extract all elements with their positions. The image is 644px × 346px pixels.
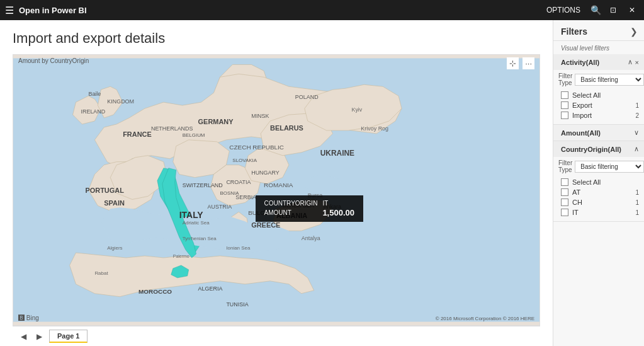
- svg-text:FRANCE: FRANCE: [123, 130, 152, 138]
- svg-text:TUNISIA: TUNISIA: [226, 301, 248, 308]
- tooltip-country-label: COUNTRYORIGIN: [262, 199, 320, 207]
- filter-group-activity-close-icon[interactable]: ×: [635, 59, 639, 66]
- filter-type-select-activity[interactable]: Basic filtering Advanced filtering: [575, 74, 644, 86]
- map-container[interactable]: Amount by CountryOrigin ⊹ ···: [13, 54, 540, 326]
- filter-type-row-activity: Filter Type Basic filtering Advanced fil…: [553, 70, 644, 89]
- svg-text:IRELAND: IRELAND: [81, 108, 105, 115]
- filter-type-label-countryorigin: Filter Type: [558, 159, 572, 173]
- filter-checkbox-activity-selectall[interactable]: [561, 91, 568, 99]
- page-next-button[interactable]: ▶: [33, 331, 45, 342]
- main-container: Import and export details Amount by Coun…: [0, 20, 644, 346]
- svg-text:GREECE: GREECE: [251, 221, 280, 229]
- filter-item-countryorigin-3[interactable]: IT 1: [553, 207, 644, 217]
- map-footer: 🅱 Bing: [18, 314, 39, 321]
- filters-title: Filters: [561, 26, 587, 37]
- svg-text:BELARUS: BELARUS: [270, 124, 303, 132]
- filter-items-countryorigin: Select All AT 1 CH 1 IT 1: [553, 176, 644, 221]
- svg-text:ROMANIA: ROMANIA: [264, 182, 293, 188]
- page-tab-1[interactable]: Page 1: [49, 330, 88, 343]
- close-button[interactable]: ✕: [625, 4, 639, 16]
- filters-panel: Filters ❯ Visual level filters Activity(…: [553, 20, 644, 346]
- filter-item-label-activity-0: Select All: [572, 91, 635, 99]
- filter-item-count-countryorigin-3: 1: [635, 209, 639, 216]
- page-title: Import and export details: [13, 30, 540, 47]
- filter-group-countryorigin-collapse-icon[interactable]: ∧: [634, 145, 639, 153]
- filter-item-label-countryorigin-2: CH: [572, 199, 631, 206]
- svg-text:BOSNIA: BOSNIA: [220, 190, 239, 196]
- search-icon[interactable]: 🔍: [590, 5, 601, 15]
- filter-item-activity-0[interactable]: Select All: [553, 90, 644, 100]
- page-prev-button[interactable]: ◀: [18, 331, 30, 342]
- svg-text:POLAND: POLAND: [295, 94, 319, 100]
- filter-checkbox-countryorigin-selectall[interactable]: [561, 178, 568, 186]
- svg-text:ITALY: ITALY: [179, 210, 204, 220]
- bing-logo: 🅱 Bing: [18, 314, 39, 321]
- filter-group-activity-name: Activity(All): [561, 59, 599, 66]
- filter-group-amount-icons: ∨: [634, 129, 639, 137]
- svg-text:NETHERLANDS: NETHERLANDS: [151, 125, 193, 132]
- filter-checkbox-activity-import[interactable]: [561, 112, 568, 119]
- filter-checkbox-countryorigin-it[interactable]: [561, 209, 568, 216]
- svg-text:ALGERIA: ALGERIA: [198, 285, 223, 292]
- filter-group-amount-name: Amount(All): [561, 129, 601, 137]
- filter-group-activity-header[interactable]: Activity(All) ∧ ×: [553, 54, 644, 70]
- filter-checkbox-countryorigin-ch[interactable]: [561, 199, 568, 206]
- window-controls: ⊡ ✕: [606, 4, 639, 16]
- filter-group-amount: Amount(All) ∨: [553, 125, 644, 141]
- filter-item-count-countryorigin-1: 1: [635, 189, 639, 196]
- svg-text:CZECH REPUBLIC: CZECH REPUBLIC: [229, 144, 284, 151]
- svg-text:Krivoy Rog: Krivoy Rog: [361, 125, 388, 132]
- filter-item-label-countryorigin-1: AT: [572, 188, 631, 196]
- filter-group-countryorigin-header[interactable]: CountryOrigin(All) ∧: [553, 141, 644, 157]
- svg-text:Algiers: Algiers: [107, 245, 122, 251]
- filter-group-activity: Activity(All) ∧ × Filter Type Basic filt…: [553, 54, 644, 125]
- content-area: Import and export details Amount by Coun…: [0, 20, 553, 346]
- filter-item-count-activity-2: 2: [635, 112, 639, 119]
- svg-text:SWITZERLAND: SWITZERLAND: [183, 182, 223, 188]
- tooltip-amount-value: 1,500.00: [320, 207, 357, 218]
- filter-group-activity-collapse-icon[interactable]: ∧: [628, 58, 633, 66]
- svg-text:CROATIA: CROATIA: [226, 179, 251, 185]
- map-expand-button[interactable]: ⊹: [507, 57, 519, 69]
- filter-group-amount-collapse-icon[interactable]: ∨: [634, 129, 639, 137]
- svg-text:KINGDOM: KINGDOM: [107, 98, 134, 105]
- filter-item-label-activity-1: Export: [572, 101, 631, 109]
- svg-text:Palermo: Palermo: [173, 254, 189, 258]
- hamburger-icon[interactable]: ☰: [5, 4, 14, 16]
- filter-group-activity-icons: ∧ ×: [628, 58, 639, 66]
- svg-text:AUSTRIA: AUSTRIA: [208, 204, 232, 210]
- restore-button[interactable]: ⊡: [606, 4, 620, 16]
- filter-group-amount-header[interactable]: Amount(All) ∨: [553, 125, 644, 141]
- svg-text:Rabat: Rabat: [94, 270, 108, 276]
- tooltip-amount-label: AMOUNT: [262, 207, 320, 218]
- svg-text:Kyiv: Kyiv: [351, 107, 362, 113]
- filter-item-countryorigin-0[interactable]: Select All: [553, 177, 644, 187]
- filter-item-activity-1[interactable]: Export 1: [553, 100, 644, 110]
- filter-checkbox-countryorigin-at[interactable]: [561, 188, 568, 196]
- filter-checkbox-activity-export[interactable]: [561, 101, 568, 109]
- options-menu[interactable]: OPTIONS: [546, 6, 580, 14]
- filters-expand-icon[interactable]: ❯: [630, 26, 638, 37]
- map-tooltip: COUNTRYORIGIN IT AMOUNT 1,500.00: [256, 195, 363, 222]
- svg-text:GERMANY: GERMANY: [198, 118, 234, 125]
- svg-text:MOROCCO: MOROCCO: [138, 288, 172, 295]
- filter-item-countryorigin-1[interactable]: AT 1: [553, 187, 644, 197]
- filter-item-activity-2[interactable]: Import 2: [553, 110, 644, 120]
- filter-type-label-activity: Filter Type: [558, 72, 572, 86]
- filter-item-label-countryorigin-3: IT: [572, 209, 631, 216]
- filter-item-countryorigin-2[interactable]: CH 1: [553, 197, 644, 207]
- filter-group-countryorigin-name: CountryOrigin(All): [561, 146, 621, 153]
- svg-text:MINSK: MINSK: [251, 113, 269, 119]
- svg-text:PORTUGAL: PORTUGAL: [85, 187, 124, 194]
- map-more-button[interactable]: ···: [523, 57, 534, 69]
- page-nav: ◀ ▶ Page 1: [13, 326, 540, 346]
- svg-text:Tyrrhenian Sea: Tyrrhenian Sea: [183, 236, 217, 241]
- filters-header: Filters ❯: [553, 20, 644, 41]
- app-title: Open in Power BI: [19, 6, 541, 15]
- filter-item-count-activity-1: 1: [635, 102, 639, 109]
- svg-text:Antalya: Antalya: [302, 235, 320, 241]
- filter-type-select-countryorigin[interactable]: Basic filtering Advanced filtering: [575, 161, 644, 173]
- filters-section-label: Visual level filters: [553, 41, 644, 54]
- filter-group-countryorigin-icons: ∧: [634, 145, 639, 153]
- svg-text:SPAIN: SPAIN: [104, 199, 125, 207]
